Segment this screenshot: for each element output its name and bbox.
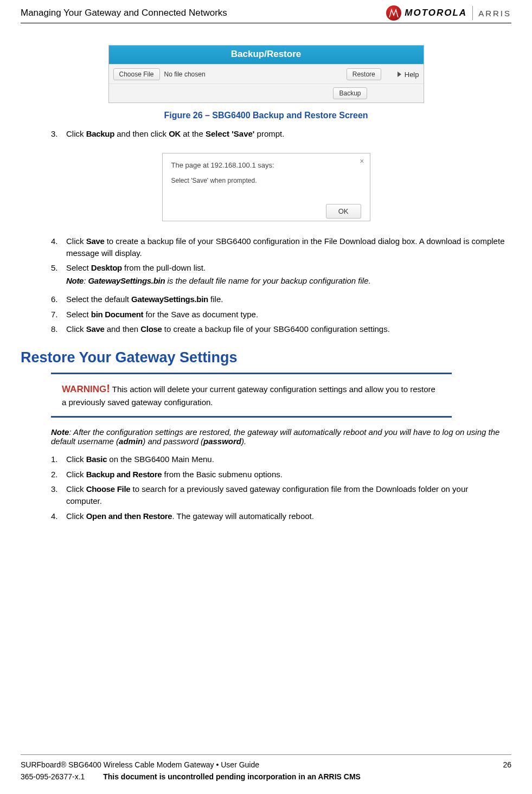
section-restore-heading: Restore Your Gateway Settings [21,349,511,366]
step-8: 8. Click Save and then Close to create a… [51,323,506,335]
no-file-label: No file chosen [164,71,347,78]
dialog-ok-button[interactable]: OK [326,204,361,219]
restore-button[interactable]: Restore [347,68,381,80]
backup-button[interactable]: Backup [333,87,367,99]
page-footer: SURFboard® SBG6400 Wireless Cable Modem … [21,754,511,781]
close-icon[interactable]: × [360,157,364,165]
restore-step-2: 2. Click Backup and Restore from the Bas… [51,469,506,481]
footer-page-number: 26 [503,760,511,769]
brand-block: MOTOROLA ARRIS [386,5,511,21]
step-3: 3. Click Backup and then click OK at the… [51,128,506,140]
step-4: 4. Click Save to create a backup file of… [51,235,506,259]
warning-bang: ! [106,382,110,394]
step-6: 6. Select the default GatewaySettings.bi… [51,293,506,305]
dialog-title: The page at 192.168.100.1 says: [171,161,361,169]
motorola-wordmark: MOTOROLA [405,8,467,18]
brand-separator [472,6,473,20]
warning-lead: WARNING [62,384,106,394]
help-label: Help [405,71,419,79]
step-5: 5. Select Desktop from the pull-down lis… [51,262,506,290]
restore-step-4: 4. Click Open and then Restore. The gate… [51,510,506,522]
help-toggle[interactable]: Help [398,71,419,79]
warning-box: WARNING! This action will delete your cu… [51,373,452,418]
warning-text: This action will delete your current gat… [62,385,435,407]
dialog-figure: × The page at 192.168.100.1 says: Select… [21,153,511,221]
step-7: 7. Select bin Document for the Save as d… [51,309,506,321]
choose-file-button[interactable]: Choose File [113,68,160,80]
panel-title: Backup/Restore [109,46,424,65]
page-header: Managing Your Gateway and Connected Netw… [21,5,511,23]
restore-step-1: 1. Click Basic on the SBG6400 Main Menu. [51,453,506,465]
footer-product: SURFboard® SBG6400 Wireless Cable Modem … [21,760,259,769]
arris-wordmark: ARRIS [478,9,511,18]
footer-doc-id: 365-095-26377-x.1 [21,772,85,781]
backup-restore-panel: Backup/Restore Choose File No file chose… [108,45,424,103]
figure-26-caption: Figure 26 – SBG6400 Backup and Restore S… [21,111,511,120]
js-alert-dialog: × The page at 192.168.100.1 says: Select… [162,153,370,221]
figure-26: Backup/Restore Choose File No file chose… [21,45,511,120]
step-5-note: Note: GatewaySettings.bin is the default… [66,275,506,287]
triangle-right-icon [398,72,401,77]
restore-step-3: 3. Click Choose File to search for a pre… [51,483,506,507]
header-title: Managing Your Gateway and Connected Netw… [21,8,227,18]
motorola-logo-icon [386,5,401,21]
footer-notice: This document is uncontrolled pending in… [103,772,361,781]
restore-note: Note: After the configuration settings a… [51,427,506,446]
dialog-message: Select 'Save' when prompted. [171,177,361,184]
